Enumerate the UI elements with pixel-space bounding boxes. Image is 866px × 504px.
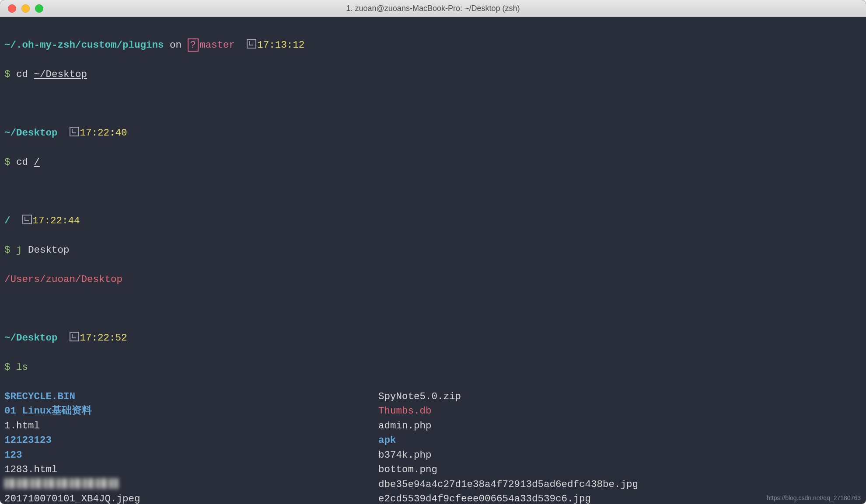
ls-entry: Thumbs.db [378, 404, 638, 419]
ls-entry: $RECYCLE.BIN [4, 389, 378, 404]
terminal-window: 1. zuoan@zuoans-MacBook-Pro: ~/Desktop (… [0, 0, 866, 504]
close-icon[interactable] [8, 4, 16, 13]
cwd: / [4, 215, 10, 226]
ls-entry: b374k.php [378, 448, 638, 463]
cd-arg: / [34, 156, 40, 168]
clock-icon [247, 39, 256, 49]
clock-icon [22, 215, 32, 224]
blurred-filename [4, 478, 118, 489]
time: 17:22:44 [33, 215, 80, 226]
ls-entry: 01 Linux基础资料 [4, 404, 378, 419]
ls-entry: 123 [4, 448, 378, 463]
window-controls [0, 4, 43, 13]
ls-entry: 201710070101_XB4JQ.jpeg [4, 492, 378, 504]
clock-icon [70, 332, 79, 341]
git-branch: master [199, 39, 235, 51]
minimize-icon[interactable] [21, 4, 30, 13]
prompt-line-2: ~/Desktop 17:22:40 [4, 126, 862, 141]
ls-entry: 1283.html [4, 462, 378, 477]
ls-entry: e2cd5539d4f9cfeee006654a33d539c6.jpg [378, 492, 638, 504]
ls-entry: bottom.png [378, 462, 638, 477]
ls-column-2: SpyNote5.0.zipThumbs.dbadmin.phpapkb374k… [378, 389, 638, 504]
clock-icon [70, 127, 79, 136]
ls-entry: 1.html [4, 419, 378, 434]
j-output: /Users/zuoan/Desktop [4, 272, 862, 287]
time: 17:22:40 [80, 127, 127, 139]
ls-output: $RECYCLE.BIN01 Linux基础资料1.html1212312312… [4, 389, 862, 504]
ls-entry: apk [378, 433, 638, 448]
command-line-1: $ cd ~/Desktop [4, 67, 862, 82]
watermark: https://blog.csdn.net/qq_27180763 [767, 494, 861, 501]
prompt-line-1: ~/.oh-my-zsh/custom/plugins on ?master 1… [4, 38, 862, 53]
cwd: ~/Desktop [4, 332, 58, 344]
cd-arg: ~/Desktop [34, 69, 87, 80]
titlebar: 1. zuoan@zuoans-MacBook-Pro: ~/Desktop (… [0, 0, 866, 17]
time: 17:22:52 [80, 332, 127, 344]
ls-entry: admin.php [378, 419, 638, 434]
command-line-2: $ cd / [4, 155, 862, 170]
ls-entry: dbe35e94a4c27d1e38a4f72913d5ad6edfc438be… [378, 477, 638, 492]
prompt-line-3: / 17:22:44 [4, 214, 862, 229]
cwd: ~/.oh-my-zsh/custom/plugins [4, 39, 164, 51]
ls-entry: SpyNote5.0.zip [378, 389, 638, 404]
command-line-3: $ j Desktop [4, 243, 862, 258]
time: 17:13:12 [257, 39, 304, 51]
command-line-4: $ ls [4, 360, 862, 375]
ls-entry: 12123123 [4, 433, 378, 448]
ls-column-1: $RECYCLE.BIN01 Linux基础资料1.html1212312312… [4, 389, 378, 504]
window-title: 1. zuoan@zuoans-MacBook-Pro: ~/Desktop (… [0, 4, 866, 13]
ls-entry [4, 477, 378, 492]
maximize-icon[interactable] [35, 4, 43, 13]
prompt-line-4: ~/Desktop 17:22:52 [4, 331, 862, 346]
terminal-body[interactable]: ~/.oh-my-zsh/custom/plugins on ?master 1… [0, 17, 866, 504]
git-icon: ? [188, 38, 199, 52]
cwd: ~/Desktop [4, 127, 58, 139]
